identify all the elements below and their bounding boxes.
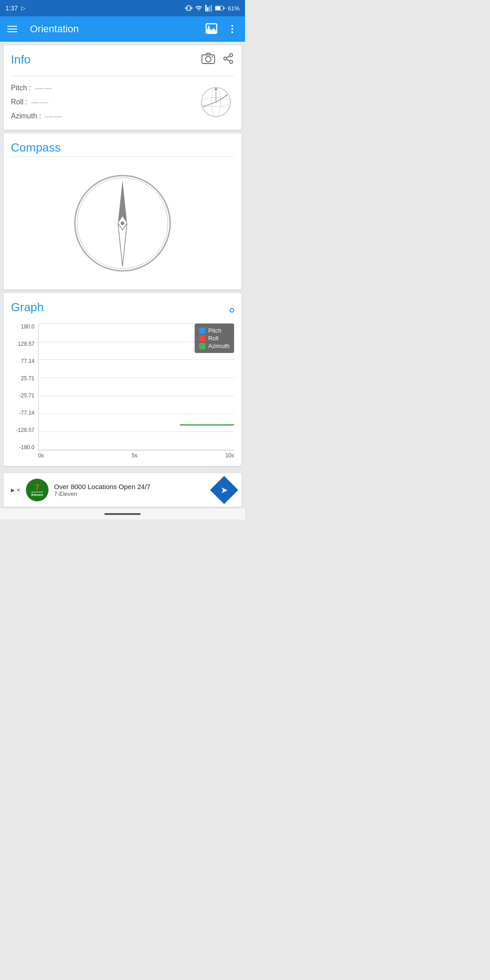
status-bar: 1:37 ▷ 61% (0, 0, 245, 16)
legend-pitch: Pitch (199, 327, 230, 334)
info-actions (201, 53, 234, 66)
graph-chart: 180.0 128.57 77.14 25.71 -25.71 -77.14 -… (11, 323, 234, 451)
ad-close-button[interactable]: ✕ (16, 487, 20, 493)
battery-percent: 61% (228, 5, 240, 12)
more-options-button[interactable] (227, 24, 238, 34)
pitch-value: —— (34, 83, 53, 93)
grid-line-6 (39, 431, 234, 432)
legend-roll: Roll (199, 335, 230, 342)
gallery-icon (205, 23, 218, 35)
info-divider (11, 76, 234, 76)
y-label-4: -25.71 (11, 392, 34, 399)
ad-text: Over 8000 Locations Open 24/7 7-Eleven (54, 483, 209, 497)
ad-arrow-icon: ➤ (220, 485, 228, 495)
svg-line-17 (226, 59, 230, 61)
ad-subtitle: 7-Eleven (54, 490, 209, 497)
svg-point-13 (212, 56, 213, 58)
grid-line-5 (39, 414, 234, 414)
y-axis: 180.0 128.57 77.14 25.71 -25.71 -77.14 -… (11, 323, 38, 451)
pitch-color (199, 328, 206, 334)
legend-azimuth-label: Azimuth (208, 343, 230, 349)
graph-legend: Pitch Roll Azimuth (195, 323, 234, 353)
info-content: Pitch : —— Roll : —— Azimuth : —— (11, 82, 234, 122)
y-label-1: 128.57 (11, 341, 34, 347)
x-axis: 0s 5s 10s (11, 452, 234, 459)
svg-point-10 (231, 31, 233, 33)
svg-point-15 (224, 57, 227, 60)
grid-line-4 (39, 396, 234, 396)
pitch-row: Pitch : —— (11, 83, 63, 93)
svg-point-9 (231, 28, 233, 30)
status-time: 1:37 (5, 5, 18, 12)
svg-point-12 (206, 57, 211, 62)
battery-icon (215, 5, 225, 11)
legend-pitch-label: Pitch (208, 327, 221, 334)
status-left: 1:37 ▷ (5, 5, 25, 12)
nav-bar (0, 509, 245, 519)
compass-graphic (73, 173, 172, 273)
x-label-2: 10s (225, 452, 234, 459)
grid-line-2 (39, 359, 234, 360)
chart-area: Pitch Roll Azimuth (38, 323, 234, 451)
y-label-5: -77.14 (11, 410, 34, 416)
svg-point-14 (230, 54, 233, 57)
azimuth-row: Azimuth : —— (11, 112, 63, 121)
camera-button[interactable] (201, 53, 215, 66)
gallery-button[interactable] (205, 23, 218, 35)
y-label-3: 25.71 (11, 375, 34, 382)
y-label-2: 77.14 (11, 358, 34, 364)
azimuth-color (199, 343, 206, 349)
share-icon (222, 53, 234, 64)
x-label-1: 5s (132, 452, 137, 459)
info-header: Info (11, 53, 234, 72)
roll-row: Roll : —— (11, 98, 63, 107)
y-label-0: 180.0 (11, 323, 34, 330)
more-icon (227, 24, 238, 34)
compass-divider (11, 157, 234, 157)
svg-point-7 (208, 26, 210, 28)
vibrate-icon (185, 5, 192, 12)
app-title: Orientation (30, 23, 196, 35)
compass-title: Compass (11, 141, 61, 154)
azimuth-label: Azimuth : (11, 112, 41, 120)
grid-line-3 (39, 377, 234, 378)
y-label-6: -128.57 (11, 427, 34, 433)
graph-header: Graph (11, 300, 234, 320)
graph-area: 180.0 128.57 77.14 25.71 -25.71 -77.14 -… (11, 323, 234, 459)
share-button[interactable] (222, 53, 234, 66)
roll-label: Roll : (11, 98, 27, 106)
svg-rect-2 (216, 6, 220, 10)
camera-icon (201, 53, 215, 64)
hamburger-menu-button[interactable] (7, 26, 17, 32)
svg-line-18 (226, 56, 230, 58)
pitch-label: Pitch : (11, 84, 31, 92)
graph-info-button[interactable] (230, 308, 234, 313)
azimuth-value: —— (45, 112, 63, 121)
graph-card: Graph 180.0 128.57 77.14 25.71 -25.71 -7… (4, 293, 241, 466)
info-labels: Pitch : —— Roll : —— Azimuth : —— (11, 83, 63, 121)
compass-card: Compass (4, 133, 241, 289)
svg-rect-1 (223, 7, 225, 9)
signal-icon (205, 5, 212, 12)
status-right: 61% (185, 5, 240, 12)
ad-title: Over 8000 Locations Open 24/7 (54, 483, 209, 490)
roll-color (199, 335, 206, 342)
wifi-icon (195, 5, 202, 12)
graph-title: Graph (11, 300, 44, 314)
orientation-graphic (193, 82, 234, 122)
ad-banner[interactable]: ▶ ✕ 7 Eleven Over 8000 Locations Open 24… (4, 473, 241, 507)
nav-indicator (104, 513, 141, 515)
legend-roll-label: Roll (208, 335, 218, 342)
info-title: Info (11, 53, 30, 67)
svg-point-8 (231, 25, 233, 27)
y-label-7: -180.0 (11, 444, 34, 451)
info-card: Info (4, 45, 241, 130)
status-notification-icon: ▷ (21, 5, 25, 11)
grid-line-7 (39, 450, 234, 450)
compass-container (11, 164, 234, 282)
azimuth-line (180, 424, 234, 426)
ad-play-button[interactable]: ▶ (11, 487, 15, 493)
app-bar: Orientation (0, 16, 245, 42)
ad-cta-button[interactable]: ➤ (210, 476, 238, 504)
legend-azimuth: Azimuth (199, 343, 230, 349)
